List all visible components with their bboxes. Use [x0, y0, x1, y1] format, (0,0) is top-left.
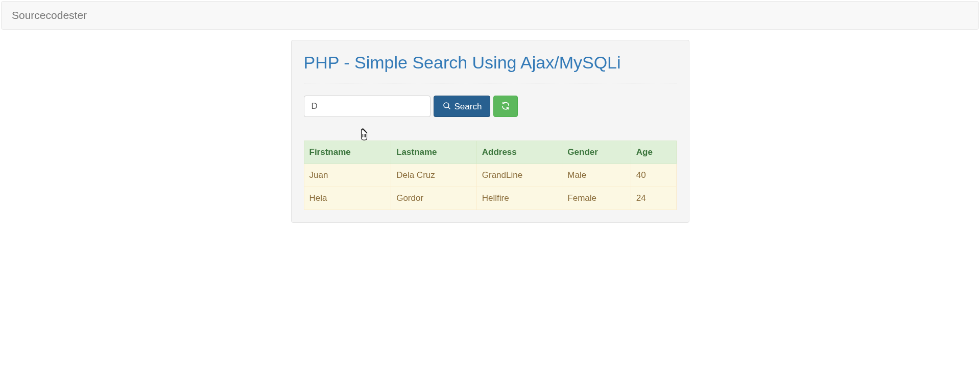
table-row: Juan Dela Cruz GrandLine Male 40: [304, 164, 676, 187]
brand-link[interactable]: Sourcecodester: [12, 9, 87, 21]
col-lastname: Lastname: [391, 141, 477, 164]
table-header-row: Firstname Lastname Address Gender Age: [304, 141, 676, 164]
cell-address: Hellfire: [476, 187, 562, 210]
col-firstname: Firstname: [304, 141, 391, 164]
search-button-label: Search: [455, 102, 482, 111]
cell-age: 24: [631, 187, 676, 210]
cell-gender: Male: [562, 164, 631, 187]
cell-address: GrandLine: [476, 164, 562, 187]
cell-gender: Female: [562, 187, 631, 210]
results-table: Firstname Lastname Address Gender Age Ju…: [304, 141, 677, 210]
cell-lastname: Dela Cruz: [391, 164, 477, 187]
cell-firstname: Juan: [304, 164, 391, 187]
col-gender: Gender: [562, 141, 631, 164]
refresh-icon: [501, 101, 510, 112]
search-row: Search: [304, 96, 677, 117]
svg-line-1: [448, 107, 450, 109]
cell-firstname: Hela: [304, 187, 391, 210]
refresh-button[interactable]: [493, 96, 518, 117]
search-icon: [442, 101, 451, 112]
navbar: Sourcecodester: [1, 1, 979, 30]
search-button[interactable]: Search: [434, 96, 491, 117]
divider: [304, 83, 677, 83]
col-age: Age: [631, 141, 676, 164]
main-container: PHP - Simple Search Using Ajax/MySQLi Se…: [291, 40, 689, 223]
table-row: Hela Gordor Hellfire Female 24: [304, 187, 676, 210]
cell-age: 40: [631, 164, 676, 187]
cell-lastname: Gordor: [391, 187, 477, 210]
page-title: PHP - Simple Search Using Ajax/MySQLi: [304, 53, 677, 73]
content-panel: PHP - Simple Search Using Ajax/MySQLi Se…: [291, 40, 689, 223]
search-input[interactable]: [304, 96, 431, 117]
col-address: Address: [476, 141, 562, 164]
